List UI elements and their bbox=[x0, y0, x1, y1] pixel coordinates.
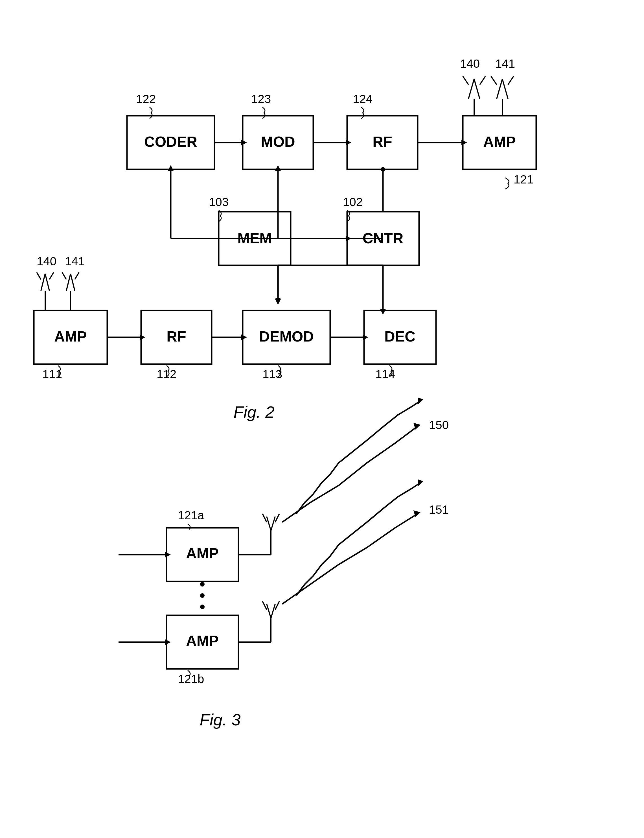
ref-112: 112 bbox=[157, 368, 176, 381]
ref-113: 113 bbox=[263, 368, 282, 381]
arrow-in-amp1 bbox=[165, 552, 171, 557]
arrow-ctrl-demod2 bbox=[275, 299, 281, 305]
arrow-rf-demod bbox=[241, 334, 247, 340]
diagram-container: 140 141 121 122 123 124 CODER MOD RF A bbox=[0, 0, 644, 838]
ref-150: 150 bbox=[429, 418, 449, 432]
fig2-caption: Fig. 2 bbox=[233, 403, 274, 421]
arrow-in-amp2 bbox=[165, 639, 171, 645]
svg-line-42 bbox=[275, 514, 279, 522]
svg-line-28 bbox=[62, 273, 66, 279]
ref-140-top: 140 bbox=[460, 57, 480, 70]
amp1-label: AMP bbox=[186, 545, 219, 561]
arrow-rf-amp bbox=[462, 140, 467, 145]
ref-102: 102 bbox=[343, 196, 363, 209]
arrow-ctrl-mod bbox=[275, 165, 281, 171]
ref-140-rx: 140 bbox=[37, 255, 56, 268]
ref-151: 151 bbox=[429, 503, 449, 516]
arrow-coder-mod bbox=[241, 140, 247, 145]
svg-line-25 bbox=[66, 274, 71, 291]
ref-103: 103 bbox=[209, 196, 228, 209]
svg-line-29 bbox=[75, 273, 79, 279]
rf-rx-label: RF bbox=[166, 328, 186, 345]
ref-111: 111 bbox=[42, 368, 62, 381]
svg-line-41 bbox=[263, 514, 267, 522]
svg-line-26 bbox=[71, 274, 75, 291]
svg-line-20 bbox=[41, 274, 45, 291]
amp-tx-label: AMP bbox=[483, 133, 516, 150]
mod-label: MOD bbox=[261, 133, 295, 150]
svg-line-0 bbox=[468, 79, 474, 99]
svg-line-21 bbox=[45, 274, 49, 291]
dot2 bbox=[200, 593, 205, 598]
svg-line-40 bbox=[271, 516, 275, 531]
ref-121b: 121b bbox=[178, 672, 204, 685]
arrow-mod-rf bbox=[346, 140, 352, 145]
svg-line-45 bbox=[267, 604, 271, 618]
svg-line-46 bbox=[271, 604, 275, 618]
svg-line-39 bbox=[267, 516, 271, 531]
svg-line-1 bbox=[474, 79, 480, 99]
svg-line-47 bbox=[263, 601, 267, 610]
demod-label: DEMOD bbox=[259, 328, 314, 345]
amp2-label: AMP bbox=[186, 633, 219, 649]
dot1 bbox=[200, 582, 205, 587]
arrow-amp-rf-rx bbox=[140, 334, 145, 340]
svg-line-4 bbox=[480, 76, 485, 85]
coder-label: CODER bbox=[144, 133, 197, 150]
arrow-signal151b bbox=[418, 479, 423, 486]
rf-tx-label: RF bbox=[373, 133, 392, 150]
ref-124: 124 bbox=[353, 92, 373, 105]
dec-label: DEC bbox=[384, 328, 416, 345]
svg-line-5 bbox=[497, 79, 502, 99]
svg-line-9 bbox=[508, 76, 514, 85]
dot3 bbox=[200, 605, 205, 609]
ref-141-rx: 141 bbox=[65, 255, 85, 268]
svg-line-24 bbox=[49, 273, 54, 279]
ref-122: 122 bbox=[136, 92, 156, 105]
arrow-demod-dec bbox=[363, 334, 368, 340]
arrow-ctrl-coder bbox=[168, 165, 174, 171]
svg-line-8 bbox=[491, 76, 497, 85]
svg-line-3 bbox=[463, 76, 468, 85]
svg-line-6 bbox=[502, 79, 508, 99]
amp-rx-label: AMP bbox=[54, 328, 87, 345]
ref-141-top: 141 bbox=[495, 57, 515, 70]
svg-line-48 bbox=[275, 601, 279, 610]
dot-cntr-rf bbox=[381, 167, 385, 172]
ref-121: 121 bbox=[514, 173, 533, 186]
ref-121a: 121a bbox=[178, 509, 204, 522]
fig3-caption: Fig. 3 bbox=[199, 710, 240, 729]
svg-line-23 bbox=[37, 273, 41, 279]
ref-123: 123 bbox=[251, 92, 271, 105]
arrow-signal150b bbox=[418, 398, 423, 404]
